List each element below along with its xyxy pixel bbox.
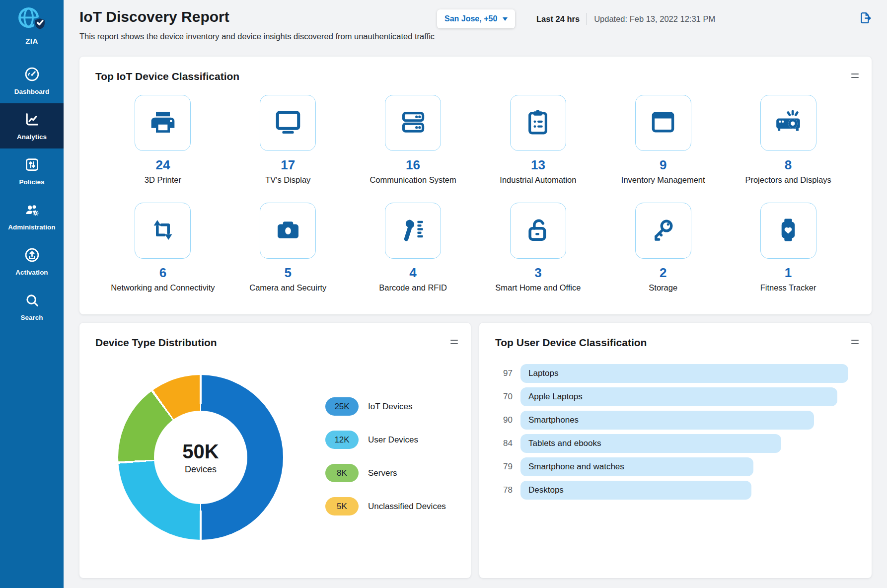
- zia-logo[interactable]: ZIA: [16, 6, 47, 45]
- tile-icon-box: [385, 203, 441, 259]
- tile-count: 24: [155, 157, 170, 173]
- legend-item-unclassified-devices: 5KUnclassified Devices: [325, 497, 446, 515]
- iot-tile-barcode-and-rfid[interactable]: 4Barcode and RFID: [351, 203, 476, 293]
- analytics-chart-icon: [24, 111, 40, 130]
- legend-item-user-devices: 12KUser Devices: [325, 431, 446, 449]
- tile-label: 3D Printer: [145, 175, 181, 185]
- sidebar-item-policies[interactable]: Policies: [0, 148, 64, 194]
- legend-label: IoT Devices: [368, 402, 412, 412]
- bar-row-smartphones: 90Smartphones: [489, 411, 849, 430]
- card-menu-button[interactable]: [449, 337, 459, 347]
- tile-icon-box: [760, 95, 816, 151]
- sidebar-item-analytics[interactable]: Analytics: [0, 103, 64, 148]
- sidebar-item-administration[interactable]: Administration: [0, 194, 64, 239]
- iot-tile-industrial-automation[interactable]: 13Industrial Automation: [475, 95, 600, 185]
- iot-tile-communication-system[interactable]: 16Communication System: [351, 95, 476, 185]
- sidebar-item-label: Analytics: [17, 133, 47, 141]
- bar-value: 78: [489, 485, 513, 495]
- updated-timestamp: Updated: Feb 13, 2022 12:31 PM: [594, 14, 715, 24]
- iot-tile-smart-home-and-office[interactable]: 3Smart Home and Office: [475, 203, 600, 293]
- projector-icon: [774, 108, 802, 138]
- iot-tile-networking-and-connectivity[interactable]: 6Networking and Connectivity: [100, 203, 225, 293]
- chevron-down-icon: [503, 17, 508, 21]
- tile-icon-box: [260, 95, 316, 151]
- legend-item-servers: 8KServers: [325, 464, 446, 482]
- legend-label: Servers: [368, 468, 397, 478]
- card-menu-button[interactable]: [850, 337, 860, 347]
- iot-tile-projectors-and-displays[interactable]: 8Projectors and Displays: [726, 95, 851, 185]
- donut-legend: 25KIoT Devices12KUser Devices8KServers5K…: [325, 397, 446, 530]
- bar-row-smartphone-and-watches: 79Smartphone and watches: [489, 457, 849, 476]
- page-title: IoT Discovery Report: [79, 8, 229, 25]
- tile-count: 1: [785, 265, 792, 281]
- iot-tile-3d-printer[interactable]: 243D Printer: [100, 95, 225, 185]
- policies-icon: [24, 156, 40, 175]
- header-meta: Last 24 hrs Updated: Feb 13, 2022 12:31 …: [536, 9, 715, 28]
- inventory-window-icon: [649, 108, 677, 138]
- communication-server-icon: [399, 108, 427, 138]
- tile-label: Camera and Secuirty: [249, 283, 326, 293]
- legend-value-badge: 5K: [325, 497, 359, 515]
- tile-label: Inventory Management: [621, 175, 705, 185]
- tile-icon-box: [135, 203, 191, 259]
- sidebar-item-search[interactable]: Search: [0, 284, 64, 329]
- smart-home-lock-icon: [524, 216, 552, 246]
- activation-upload-icon: [24, 247, 40, 265]
- location-dropdown[interactable]: San Jose, +50: [437, 9, 515, 28]
- tile-icon-box: [260, 203, 316, 259]
- iot-tile-inventory-management[interactable]: 9Inventory Management: [600, 95, 726, 185]
- tile-icon-box: [760, 203, 816, 259]
- printer-icon: [149, 108, 177, 138]
- sidebar-item-dashboard[interactable]: Dashboard: [0, 58, 64, 103]
- tile-count: 9: [660, 157, 666, 173]
- time-range-label: Last 24 hrs: [536, 14, 580, 24]
- page-subtitle: This report shows the device inventory a…: [79, 32, 435, 41]
- bar: Laptops: [520, 364, 848, 383]
- tile-count: 5: [285, 265, 292, 281]
- bar: Smartphones: [520, 411, 814, 430]
- tile-count: 17: [281, 157, 295, 173]
- bar-value: 84: [489, 439, 513, 448]
- bar-value: 70: [489, 392, 513, 402]
- bar-chart: 97Laptops70Apple Laptops90Smartphones84T…: [489, 364, 849, 504]
- networking-repeat-icon: [149, 216, 177, 246]
- legend-value-badge: 8K: [325, 464, 359, 482]
- tile-count: 6: [159, 265, 166, 281]
- iot-tile-fitness-tracker[interactable]: 1Fitness Tracker: [726, 203, 851, 293]
- bar-row-laptops: 97Laptops: [489, 364, 849, 383]
- sidebar-item-label: Policies: [19, 178, 44, 186]
- tv-display-icon: [274, 108, 302, 138]
- barcode-scanner-icon: [399, 216, 427, 246]
- tile-icon-box: [510, 95, 566, 151]
- iot-tile-camera-and-secuirty[interactable]: 5Camera and Secuirty: [225, 203, 351, 293]
- tile-label: Projectors and Displays: [745, 175, 831, 185]
- tile-icon-box: [135, 95, 191, 151]
- iot-tile-storage[interactable]: 2Storage: [600, 203, 726, 293]
- user-classification-card: Top User Device Classification 97Laptops…: [479, 323, 872, 578]
- donut-chart: 50K Devices: [118, 375, 283, 540]
- camera-icon: [274, 216, 302, 246]
- export-button[interactable]: [858, 11, 872, 26]
- tile-icon-box: [385, 95, 441, 151]
- device-type-card: Device Type Distribution 50K Devices 25K…: [79, 323, 471, 578]
- export-icon: [858, 19, 872, 26]
- bar-value: 90: [489, 415, 513, 425]
- donut-center: 50K Devices: [154, 411, 247, 504]
- tile-label: Barcode and RFID: [379, 283, 447, 293]
- location-dropdown-label: San Jose, +50: [444, 14, 497, 23]
- bar: Tablets and ebooks: [520, 434, 781, 453]
- bar-value: 97: [489, 368, 513, 378]
- device-type-title: Device Type Distribution: [95, 337, 217, 349]
- iot-tile-tv-s-display[interactable]: 17TV's Display: [225, 95, 351, 185]
- user-classification-title: Top User Device Classification: [495, 337, 647, 349]
- tile-label: Communication System: [370, 175, 456, 185]
- tile-icon-box: [635, 95, 691, 151]
- card-menu-button[interactable]: [850, 71, 860, 81]
- sidebar-item-label: Dashboard: [14, 88, 50, 95]
- tile-icon-box: [635, 203, 691, 259]
- legend-label: User Devices: [368, 435, 418, 445]
- sidebar-item-activation[interactable]: Activation: [0, 239, 64, 284]
- tile-count: 13: [531, 157, 545, 173]
- fitness-watch-icon: [774, 216, 802, 246]
- search-icon: [24, 292, 40, 310]
